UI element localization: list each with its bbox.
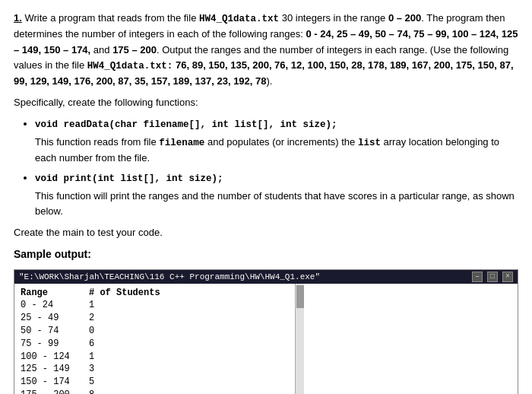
func1-filename-ref: filename bbox=[159, 138, 204, 148]
table-row: 25 - 49 2 bbox=[21, 312, 173, 325]
table-row: 75 - 99 6 bbox=[21, 338, 173, 351]
count-0-24: 1 bbox=[89, 299, 173, 312]
output-table: Range # of Students 0 - 24 1 25 - 49 2 5… bbox=[21, 287, 173, 394]
terminal-titlebar: "E:\WORK\Sharjah\TEACHING\116 C++ Progra… bbox=[14, 270, 518, 284]
func2-sig: void print(int list[], int size); bbox=[35, 173, 223, 184]
range-50-74: 50 - 74 bbox=[21, 325, 89, 338]
question-number: 1. bbox=[14, 12, 22, 24]
terminal-window: "E:\WORK\Sharjah\TEACHING\116 C++ Progra… bbox=[14, 269, 518, 394]
terminal-wrapper: Range # of Students 0 - 24 1 25 - 49 2 5… bbox=[14, 284, 518, 394]
terminal-scrollbar[interactable] bbox=[295, 284, 304, 394]
range-125-149: 125 - 149 bbox=[21, 363, 89, 376]
filename1: HW4_Q1data.txt bbox=[199, 14, 279, 24]
table-row: 175 - 200 8 bbox=[21, 389, 173, 394]
close-button[interactable]: × bbox=[502, 272, 513, 282]
function-2: void print(int list[], int size); This f… bbox=[35, 170, 518, 219]
count-75-99: 6 bbox=[89, 338, 173, 351]
range-75-99: 75 - 99 bbox=[21, 338, 89, 351]
maximize-button[interactable]: □ bbox=[487, 272, 498, 282]
create-main-text: Create the main to test your code. bbox=[14, 225, 518, 240]
func1-sig: void readData(char filename[], int list[… bbox=[35, 119, 337, 130]
range-0-24: 0 - 24 bbox=[21, 299, 89, 312]
sample-output-label: Sample output: bbox=[14, 246, 518, 263]
scroll-thumb[interactable] bbox=[296, 285, 304, 308]
table-row: 0 - 24 1 bbox=[21, 299, 173, 312]
table-row: 150 - 174 5 bbox=[21, 376, 173, 389]
table-header-row: Range # of Students bbox=[21, 287, 173, 300]
table-row: 50 - 74 0 bbox=[21, 325, 173, 338]
func1-list-ref: list bbox=[358, 138, 381, 148]
minimize-button[interactable]: – bbox=[472, 272, 483, 282]
func1-desc: This function reads from file filename a… bbox=[35, 135, 518, 167]
count-100-124: 1 bbox=[89, 351, 173, 364]
main-content: 1. Write a program that reads from the f… bbox=[14, 11, 518, 263]
intro-text: Write a program that reads from the file bbox=[24, 12, 199, 24]
functions-list: void readData(char filename[], int list[… bbox=[35, 116, 518, 219]
count-25-49: 2 bbox=[89, 312, 173, 325]
func2-desc: This function will print the ranges and … bbox=[35, 189, 518, 219]
range-25-49: 25 - 49 bbox=[21, 312, 89, 325]
specifically-text: Specifically, create the following funct… bbox=[14, 95, 518, 110]
count-125-149: 3 bbox=[89, 363, 173, 376]
range-175-200: 175 - 200 bbox=[21, 389, 89, 394]
range-100-124: 100 - 124 bbox=[21, 351, 89, 364]
count-150-174: 5 bbox=[89, 376, 173, 389]
terminal-buttons: – □ × bbox=[472, 272, 513, 282]
terminal-body: Range # of Students 0 - 24 1 25 - 49 2 5… bbox=[14, 284, 295, 394]
terminal-title: "E:\WORK\Sharjah\TEACHING\116 C++ Progra… bbox=[19, 272, 320, 281]
table-row: 100 - 124 1 bbox=[21, 351, 173, 364]
table-row: 125 - 149 3 bbox=[21, 363, 173, 376]
paragraph-1: 1. Write a program that reads from the f… bbox=[14, 11, 518, 89]
col-range-header: Range bbox=[21, 287, 89, 300]
filename2-ref: HW4_Q1data.txt: bbox=[87, 61, 173, 71]
range-150-174: 150 - 174 bbox=[21, 376, 89, 389]
col-students-header: # of Students bbox=[89, 287, 173, 300]
count-50-74: 0 bbox=[89, 325, 173, 338]
count-175-200: 8 bbox=[89, 389, 173, 394]
function-1: void readData(char filename[], int list[… bbox=[35, 116, 518, 166]
